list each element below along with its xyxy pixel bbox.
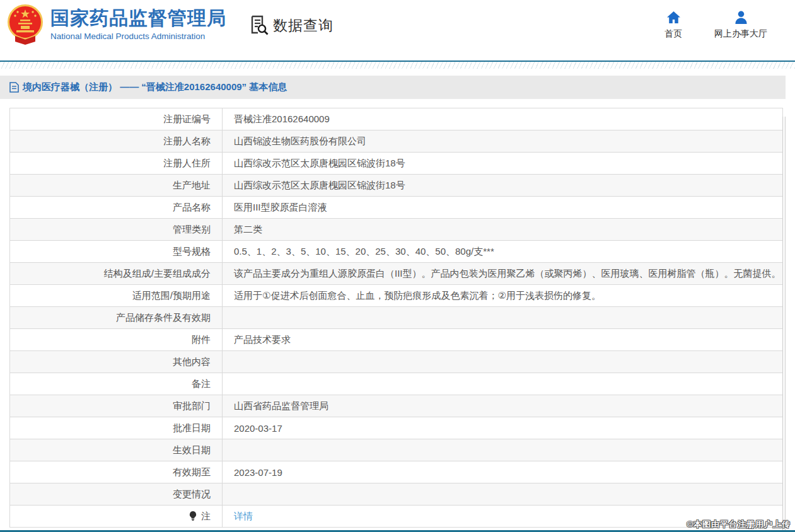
table-row: 生产地址山西综改示范区太原唐槐园区锦波街18号 — [10, 175, 783, 197]
bulb-icon — [189, 511, 197, 521]
field-value: 晋械注准20162640009 — [223, 108, 783, 130]
table-row: 适用范围/预期用途适用于①促进术后创面愈合、止血，预防疤痕形成及色素沉着；②用于… — [10, 285, 783, 307]
field-label: 生效日期 — [10, 439, 223, 461]
field-label: 注册人名称 — [10, 130, 223, 153]
page-title-bar: 境内医疗器械（注册） —— “晋械注准20162640009” 基本信息 — [0, 76, 786, 99]
field-label: 管理类别 — [10, 219, 223, 241]
table-row: 结构及组成/主要组成成分该产品主要成分为重组人源胶原蛋白（III型）。产品内包装… — [10, 263, 783, 285]
table-row: 生效日期 — [10, 439, 783, 461]
table-row: 注册人住所山西综改示范区太原唐槐园区锦波街18号 — [10, 153, 783, 175]
field-label: 审批部门 — [10, 395, 223, 417]
document-search-icon — [250, 15, 269, 35]
field-label: 生产地址 — [10, 175, 223, 197]
field-value: 山西省药品监督管理局 — [223, 395, 783, 417]
field-value — [223, 373, 783, 395]
field-value — [223, 439, 783, 461]
field-value: 山西锦波生物医药股份有限公司 — [223, 130, 783, 153]
table-row: 注册人名称山西锦波生物医药股份有限公司 — [10, 130, 783, 153]
field-label: 批准日期 — [10, 417, 223, 439]
field-value — [223, 307, 783, 329]
field-label: 注 — [10, 506, 223, 528]
nav-service-hall[interactable]: 网上办事大厅 — [709, 11, 773, 40]
field-label: 产品名称 — [10, 197, 223, 219]
info-table: 注册证编号晋械注准20162640009注册人名称山西锦波生物医药股份有限公司注… — [9, 108, 783, 528]
table-row: 产品名称医用III型胶原蛋白溶液 — [10, 197, 783, 219]
page-title: 境内医疗器械（注册） —— “晋械注准20162640009” 基本信息 — [23, 81, 287, 93]
field-label: 变更情况 — [10, 483, 223, 506]
field-value: 山西综改示范区太原唐槐园区锦波街18号 — [223, 153, 783, 175]
table-row: 注册证编号晋械注准20162640009 — [10, 108, 783, 130]
site-title: 国家药品监督管理局 — [50, 8, 226, 30]
data-query-label: 数据查询 — [273, 16, 334, 35]
field-label: 备注 — [10, 373, 223, 395]
table-row: 变更情况 — [10, 483, 783, 506]
field-label: 附件 — [10, 329, 223, 351]
field-value — [223, 483, 783, 506]
field-value: 适用于①促进术后创面愈合、止血，预防疤痕形成及色素沉着；②用于浅表损伤的修复。 — [223, 285, 783, 307]
watermark: ©本图由平台注册用户上传 — [687, 519, 791, 530]
site-header: 国家药品监督管理局 National Medical Products Admi… — [0, 0, 795, 61]
nav-home[interactable]: 首页 — [655, 11, 692, 40]
table-row: 附件产品技术要求 — [10, 329, 783, 351]
field-label: 型号规格 — [10, 241, 223, 263]
nav-service-hall-label: 网上办事大厅 — [714, 28, 767, 40]
table-row: 审批部门山西省药品监督管理局 — [10, 395, 783, 417]
data-query-heading: 数据查询 — [250, 15, 334, 35]
table-scrollbar[interactable] — [782, 117, 786, 532]
info-table-body: 注册证编号晋械注准20162640009注册人名称山西锦波生物医药股份有限公司注… — [10, 108, 783, 528]
field-value: 山西综改示范区太原唐槐园区锦波街18号 — [223, 175, 783, 197]
logo-text-block: 国家药品监督管理局 National Medical Products Admi… — [50, 8, 226, 41]
field-value: 2020-03-17 — [223, 417, 783, 439]
field-value: 该产品主要成分为重组人源胶原蛋白（III型）。产品内包装为医用聚乙烯（或聚丙烯）… — [223, 263, 783, 285]
field-label: 产品储存条件及有效期 — [10, 307, 223, 329]
table-row: 型号规格0.5、1、2、3、5、10、15、20、25、30、40、50、80g… — [10, 241, 783, 263]
field-value: 第二类 — [223, 219, 783, 241]
field-value: 2023-07-19 — [223, 461, 783, 483]
field-label: 其他内容 — [10, 351, 223, 373]
document-icon — [9, 82, 19, 93]
field-value: 产品技术要求 — [223, 329, 783, 351]
table-row: 有效期至2023-07-19 — [10, 461, 783, 483]
user-icon — [734, 11, 748, 24]
table-row: 其他内容 — [10, 351, 783, 373]
table-row: 产品储存条件及有效期 — [10, 307, 783, 329]
table-row: 批准日期2020-03-17 — [10, 417, 783, 439]
field-label: 有效期至 — [10, 461, 223, 483]
field-value — [223, 351, 783, 373]
site-subtitle: National Medical Products Administration — [50, 32, 226, 41]
field-value: 医用III型胶原蛋白溶液 — [223, 197, 783, 219]
nav-home-label: 首页 — [664, 28, 682, 40]
header-divider — [0, 61, 795, 69]
field-label: 结构及组成/主要组成成分 — [10, 263, 223, 285]
table-row: 管理类别第二类 — [10, 219, 783, 241]
home-icon — [666, 11, 681, 24]
detail-link[interactable]: 详情 — [234, 511, 253, 521]
field-label: 注册证编号 — [10, 108, 223, 130]
table-row: 备注 — [10, 373, 783, 395]
field-label: 注册人住所 — [10, 153, 223, 175]
table-row: 注详情 — [10, 506, 783, 528]
field-label: 适用范围/预期用途 — [10, 285, 223, 307]
field-value: 0.5、1、2、3、5、10、15、20、25、30、40、50、80g/支**… — [223, 241, 783, 263]
national-emblem-logo — [6, 4, 44, 45]
content-area: 注册证编号晋械注准20162640009注册人名称山西锦波生物医药股份有限公司注… — [0, 108, 795, 528]
